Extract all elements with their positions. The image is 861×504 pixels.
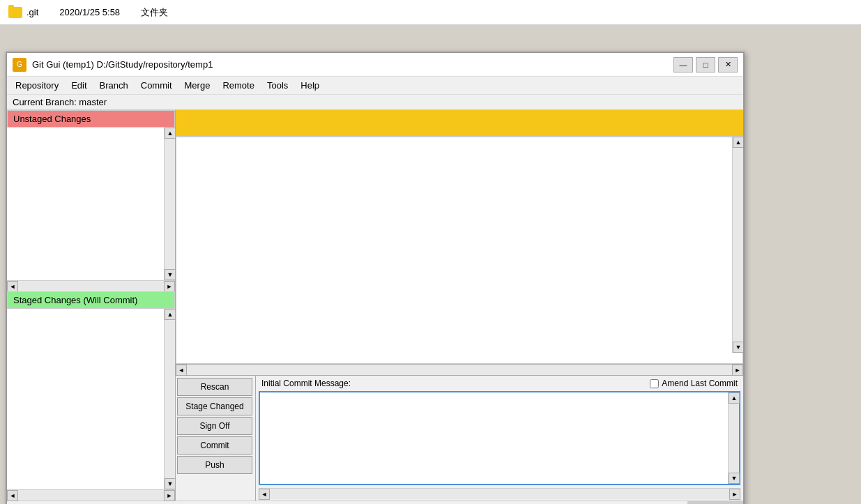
file-date: 2020/1/25 5:58 xyxy=(59,7,120,17)
folder-name: .git xyxy=(26,7,38,17)
file-explorer-row: .git 2020/1/25 5:58 文件夹 xyxy=(0,0,861,25)
folder-item[interactable]: .git xyxy=(8,7,38,18)
folder-icon xyxy=(8,7,22,18)
file-type: 文件夹 xyxy=(141,6,168,19)
